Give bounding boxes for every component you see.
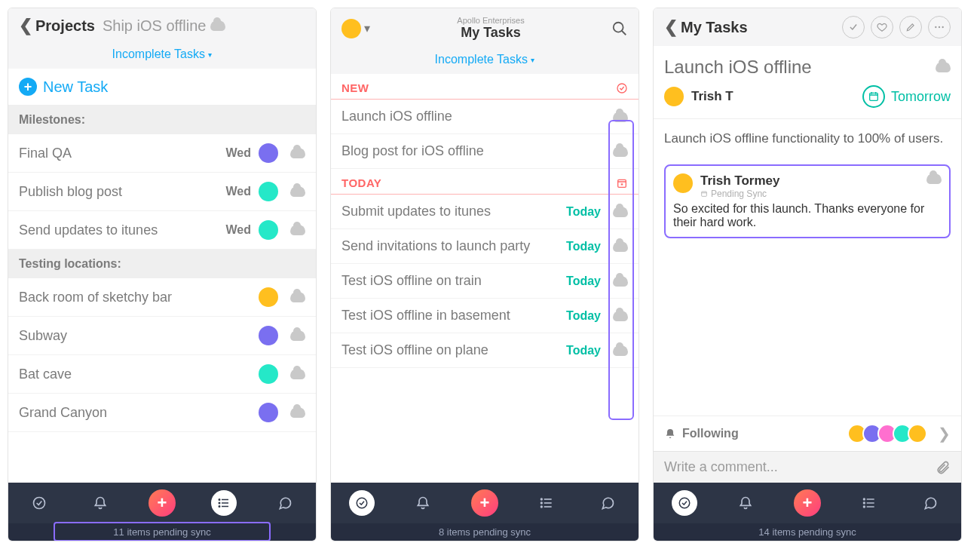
comment-avatar xyxy=(673,173,693,193)
tab-bar: + xyxy=(331,483,639,523)
workspace-switcher[interactable]: ▾ xyxy=(341,19,370,38)
task-row[interactable]: Send updates to itunes Wed xyxy=(8,211,316,250)
plus-icon: + xyxy=(19,78,37,96)
tab-inbox-icon[interactable] xyxy=(733,490,758,516)
filter-dropdown[interactable]: Incomplete Tasks ▾ xyxy=(8,43,316,69)
task-name: Launch iOS offline xyxy=(341,109,605,124)
avatar-icon xyxy=(341,19,361,38)
page-title: My Tasks xyxy=(370,25,611,41)
assignee-avatar[interactable] xyxy=(259,182,278,201)
group-header-new[interactable]: NEW xyxy=(331,74,639,100)
search-icon[interactable] xyxy=(611,20,628,37)
task-row[interactable]: Bat cave xyxy=(8,355,316,394)
assignee-avatar[interactable] xyxy=(259,220,278,240)
follower-avatars[interactable] xyxy=(852,424,927,443)
back-button[interactable]: ❮ My Tasks xyxy=(664,17,748,37)
tab-projects-icon[interactable] xyxy=(856,490,882,516)
tab-projects-icon[interactable] xyxy=(534,490,559,516)
tab-conversations-icon[interactable] xyxy=(917,490,943,516)
add-task-fab[interactable]: + xyxy=(794,489,821,517)
cloud-icon xyxy=(936,62,951,72)
due-date-chip[interactable]: Tomorrow xyxy=(862,85,951,108)
new-task-button[interactable]: + New Task xyxy=(8,69,316,106)
tab-inbox-icon[interactable] xyxy=(87,490,113,516)
task-row[interactable]: Grand Canyon xyxy=(8,394,316,432)
pending-sync-banner[interactable]: 11 items pending sync xyxy=(8,523,316,541)
task-row[interactable]: Publish blog post Wed xyxy=(8,173,316,211)
comment-input[interactable]: Write a comment... xyxy=(654,451,961,483)
task-due: Today xyxy=(566,344,601,357)
svg-point-32 xyxy=(864,498,865,500)
assignee-avatar[interactable] xyxy=(664,87,684,106)
task-due: Wed xyxy=(226,185,251,198)
task-name: Submit updates to itunes xyxy=(341,204,559,219)
task-description[interactable]: Launch iOS offline functionality to 100%… xyxy=(654,119,961,158)
comment-placeholder: Write a comment... xyxy=(664,459,936,475)
project-title[interactable]: Ship iOS offline xyxy=(103,17,305,35)
pending-sync-label: Pending Sync xyxy=(700,189,780,199)
pending-sync-banner[interactable]: 14 items pending sync xyxy=(654,523,961,541)
tab-conversations-icon[interactable] xyxy=(272,490,298,516)
filter-dropdown[interactable]: Incomplete Tasks ▾ xyxy=(331,48,639,74)
cloud-icon xyxy=(290,148,305,158)
task-row[interactable]: Test iOS offline in basement Today xyxy=(331,299,639,333)
svg-point-9 xyxy=(617,84,626,93)
pending-sync-banner[interactable]: 8 items pending sync xyxy=(331,523,639,541)
cloud-icon xyxy=(290,407,305,418)
bell-icon xyxy=(664,428,676,440)
assignee-avatar[interactable] xyxy=(259,403,278,422)
add-task-fab[interactable]: + xyxy=(149,489,176,517)
tab-mytasks-icon[interactable] xyxy=(26,490,52,516)
tab-mytasks-icon[interactable] xyxy=(349,490,375,516)
add-task-fab[interactable]: + xyxy=(471,489,498,517)
task-title: Launch iOS offline xyxy=(654,46,961,82)
attach-icon[interactable] xyxy=(936,460,951,475)
chevron-right-icon[interactable]: ❯ xyxy=(938,425,951,443)
assignee-avatar[interactable] xyxy=(259,326,278,345)
tab-conversations-icon[interactable] xyxy=(595,490,620,516)
assignee-avatar[interactable] xyxy=(259,287,278,307)
task-row[interactable]: Send invitations to launch party Today xyxy=(331,229,639,264)
back-button[interactable]: ❮ Projects xyxy=(19,16,95,35)
follower-avatar[interactable] xyxy=(908,424,927,443)
task-row[interactable]: Launch iOS offline xyxy=(331,100,639,134)
task-row[interactable]: Test iOS offline on train Today xyxy=(331,264,639,299)
task-row[interactable]: Test iOS offline on plane Today xyxy=(331,333,639,368)
task-name: Grand Canyon xyxy=(19,405,251,421)
cloud-icon xyxy=(613,276,628,287)
complete-task-icon[interactable] xyxy=(842,16,865,38)
task-name: Blog post for iOS offline xyxy=(341,143,605,159)
task-row[interactable]: Back room of sketchy bar xyxy=(8,278,316,317)
title-stack: Apollo Enterprises My Tasks xyxy=(370,16,611,41)
cloud-icon xyxy=(290,369,305,379)
edit-icon[interactable] xyxy=(899,16,922,38)
task-name: Bat cave xyxy=(19,367,251,382)
header: ▾ Apollo Enterprises My Tasks xyxy=(331,8,639,48)
task-row[interactable]: Blog post for iOS offline xyxy=(331,134,639,169)
comment-card[interactable]: Trish Tormey Pending Sync So excited for… xyxy=(664,164,951,238)
tab-mytasks-icon[interactable] xyxy=(672,490,697,516)
task-name: Send updates to itunes xyxy=(19,222,219,238)
more-icon[interactable] xyxy=(928,16,951,38)
svg-point-20 xyxy=(939,26,940,28)
assignee-name[interactable]: Trish T xyxy=(691,89,733,104)
task-due: Today xyxy=(566,205,601,219)
org-name: Apollo Enterprises xyxy=(370,16,611,25)
like-icon[interactable] xyxy=(871,16,893,38)
tab-projects-icon[interactable] xyxy=(211,490,237,516)
section-header-milestones: Milestones: xyxy=(8,106,316,134)
calendar-icon xyxy=(862,85,885,108)
tab-inbox-icon[interactable] xyxy=(410,490,436,516)
back-label: Projects xyxy=(35,17,95,35)
task-row[interactable]: Submit updates to itunes Today xyxy=(331,195,639,229)
assignee-avatar[interactable] xyxy=(259,364,278,384)
cloud-icon xyxy=(613,207,628,217)
task-name: Test iOS offline on plane xyxy=(341,342,559,358)
task-row[interactable]: Final QA Wed xyxy=(8,134,316,173)
cloud-icon xyxy=(613,345,628,356)
group-header-today[interactable]: TODAY xyxy=(331,169,639,195)
task-row[interactable]: Subway xyxy=(8,317,316,355)
following-row[interactable]: Following ❯ xyxy=(654,416,961,451)
task-name: Test iOS offline on train xyxy=(341,273,559,289)
assignee-avatar[interactable] xyxy=(259,143,278,163)
